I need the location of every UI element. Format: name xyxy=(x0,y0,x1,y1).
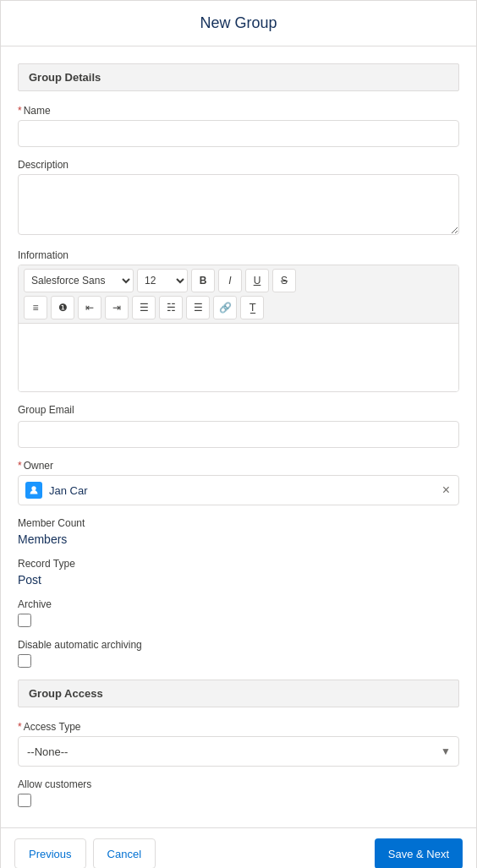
italic-button[interactable]: I xyxy=(218,269,242,292)
owner-icon xyxy=(25,482,42,499)
owner-clear-button[interactable]: × xyxy=(441,482,452,499)
owner-label: *Owner xyxy=(18,460,459,472)
disable-archiving-label: Disable automatic archiving xyxy=(18,639,459,651)
allow-customers-label: Allow customers xyxy=(18,778,459,790)
font-size-select[interactable]: 891011 1214182436 xyxy=(137,269,188,292)
group-email-input[interactable] xyxy=(18,421,459,448)
member-count-label: Member Count xyxy=(18,517,459,529)
archive-field-group: Archive xyxy=(18,598,459,627)
svg-point-0 xyxy=(31,486,36,490)
rte-content-area[interactable] xyxy=(19,324,458,391)
information-label: Information xyxy=(18,249,459,261)
strikethrough-button[interactable]: S xyxy=(272,269,296,292)
group-email-label: Group Email xyxy=(18,404,459,416)
allow-customers-checkbox[interactable] xyxy=(18,794,31,807)
footer-left-buttons: Previous Cancel xyxy=(14,838,156,868)
indent-decrease-button[interactable]: ⇤ xyxy=(78,296,101,319)
unordered-list-button[interactable]: ≡ xyxy=(24,296,47,319)
access-type-select-wrapper: --None-- Public Private Unlisted ▼ xyxy=(18,736,459,767)
indent-increase-button[interactable]: ⇥ xyxy=(105,296,129,319)
modal-title: New Group xyxy=(18,14,459,32)
modal-footer: Previous Cancel Save & Next xyxy=(1,827,476,868)
access-type-select[interactable]: --None-- Public Private Unlisted xyxy=(18,736,459,767)
rich-text-editor: Salesforce Sans Arial Times New Roman Co… xyxy=(18,265,459,392)
information-field-group: Information Salesforce Sans Arial Times … xyxy=(18,249,459,392)
group-details-section-header: Group Details xyxy=(18,63,459,91)
record-type-value: Post xyxy=(18,573,459,587)
group-access-section-header: Group Access xyxy=(18,680,459,707)
name-required-mark: * xyxy=(18,105,22,117)
disable-archiving-field-group: Disable automatic archiving xyxy=(18,639,459,668)
rte-toolbar-row1: Salesforce Sans Arial Times New Roman Co… xyxy=(24,269,453,292)
owner-required-mark: * xyxy=(18,460,22,472)
record-type-label: Record Type xyxy=(18,558,459,570)
disable-archiving-checkbox[interactable] xyxy=(18,654,31,668)
font-family-select[interactable]: Salesforce Sans Arial Times New Roman Co… xyxy=(24,269,134,292)
ordered-list-button[interactable]: ❶ xyxy=(51,296,74,319)
name-field-group: *Name xyxy=(18,105,459,147)
bold-button[interactable]: B xyxy=(191,269,215,292)
description-label: Description xyxy=(18,159,459,171)
access-type-label: *Access Type xyxy=(18,721,459,733)
align-left-button[interactable]: ☰ xyxy=(132,296,156,319)
access-required-mark: * xyxy=(18,721,22,733)
align-right-button[interactable]: ☰ xyxy=(186,296,210,319)
modal-body: Group Details *Name Description Informat… xyxy=(1,46,476,827)
allow-customers-field-group: Allow customers xyxy=(18,778,459,807)
archive-checkbox-group xyxy=(18,614,459,627)
archive-label: Archive xyxy=(18,598,459,610)
disable-archiving-checkbox-group xyxy=(18,654,459,668)
rte-toolbar: Salesforce Sans Arial Times New Roman Co… xyxy=(19,265,458,324)
person-icon xyxy=(29,485,39,495)
allow-customers-checkbox-group xyxy=(18,794,459,807)
record-type-field-group: Record Type Post xyxy=(18,558,459,587)
previous-button[interactable]: Previous xyxy=(14,838,86,868)
rte-toolbar-row2: ≡ ❶ ⇤ ⇥ ☰ ☵ ☰ 🔗 T̲ xyxy=(24,296,453,319)
align-center-button[interactable]: ☵ xyxy=(159,296,183,319)
owner-name-text: Jan Car xyxy=(49,484,441,497)
member-count-value: Members xyxy=(18,532,459,546)
name-label: *Name xyxy=(18,105,459,117)
owner-field[interactable]: Jan Car × xyxy=(18,475,459,505)
group-email-field-group: Group Email xyxy=(18,404,459,448)
description-field-group: Description xyxy=(18,159,459,237)
save-next-button[interactable]: Save & Next xyxy=(375,838,463,868)
archive-checkbox[interactable] xyxy=(18,614,31,627)
modal-container: New Group Group Details *Name Descriptio… xyxy=(0,0,477,868)
cancel-button[interactable]: Cancel xyxy=(93,838,156,868)
name-input[interactable] xyxy=(18,120,459,147)
description-textarea[interactable] xyxy=(18,174,459,235)
modal-header: New Group xyxy=(1,1,476,46)
underline-button[interactable]: U xyxy=(245,269,269,292)
link-button[interactable]: 🔗 xyxy=(213,296,237,319)
remove-format-button[interactable]: T̲ xyxy=(240,296,264,319)
member-count-field-group: Member Count Members xyxy=(18,517,459,546)
owner-field-group: *Owner Jan Car × xyxy=(18,460,459,505)
access-type-field-group: *Access Type --None-- Public Private Unl… xyxy=(18,721,459,767)
